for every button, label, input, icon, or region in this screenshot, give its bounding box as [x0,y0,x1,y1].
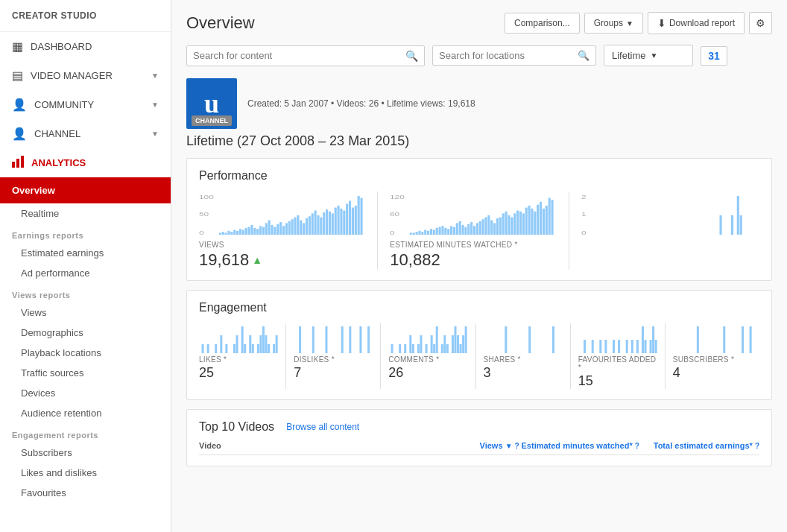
svg-rect-28 [282,226,285,235]
svg-rect-341 [749,326,751,353]
table-header: Video Views ▼ ? Estimated minutes watche… [199,441,759,455]
svg-rect-194 [299,326,301,353]
svg-rect-292 [604,340,607,353]
svg-rect-284 [584,340,586,353]
sidebar-item-dashboard[interactable]: ▦ DASHBOARD [0,32,171,61]
svg-rect-213 [349,326,351,353]
svg-rect-55 [360,198,362,235]
sidebar-sub-item-demographics[interactable]: Demographics [0,323,171,343]
sidebar-sub-item-views[interactable]: Views [0,303,171,323]
svg-rect-100 [528,206,531,235]
sidebar-sub-item-audience-retention[interactable]: Audience retention [0,403,171,423]
sidebar-sub-item-favourites[interactable]: Favourites [0,483,171,503]
svg-rect-98 [522,213,525,235]
svg-rect-20 [259,226,262,235]
sidebar-item-video-manager[interactable]: ▤ VIDEO MANAGER ▼ [0,61,171,90]
playback-locations-label: Playback locations [21,347,101,358]
svg-rect-226 [399,344,402,353]
svg-rect-302 [630,340,633,353]
svg-rect-247 [455,326,457,353]
video-manager-icon: ▤ [12,69,23,83]
svg-rect-50 [346,203,348,235]
svg-rect-163 [202,344,204,353]
earn-help-icon[interactable]: ? [755,442,759,450]
groups-button[interactable]: Groups ▼ [584,13,643,34]
sidebar-sub-item-ad-performance[interactable]: Ad performance [0,263,171,283]
sidebar-sub-item-playback-locations[interactable]: Playback locations [0,343,171,363]
shares-value: 3 [484,365,563,381]
svg-rect-81 [473,226,475,235]
svg-text:50: 50 [199,211,209,218]
subscribers-card: SUBSCRIBERS * 4 [673,323,759,389]
svg-rect-96 [516,211,519,235]
comments-chart [388,323,467,353]
svg-rect-220 [367,326,370,353]
sidebar-sub-item-devices[interactable]: Devices [0,383,171,403]
svg-rect-108 [551,200,554,235]
svg-rect-204 [326,326,328,353]
svg-rect-297 [618,340,620,353]
svg-rect-83 [479,221,481,235]
sidebar-item-channel-label: CHANNEL [34,128,80,139]
svg-rect-309 [649,340,651,353]
sidebar-sub-item-estimated-earnings[interactable]: Estimated earnings [0,243,171,263]
svg-rect-80 [470,222,472,235]
views-arrow-icon: ▲ [252,254,262,266]
sidebar-sub-item-overview-label: Overview [12,185,55,196]
content-search-input[interactable] [193,50,405,61]
svg-rect-36 [306,218,308,235]
svg-rect-153 [719,215,721,235]
settings-button[interactable]: ⚙ [749,12,772,34]
svg-rect-12 [236,231,238,235]
sidebar-sub-item-likes-dislikes[interactable]: Likes and dislikes [0,463,171,483]
svg-rect-63 [422,232,424,235]
svg-rect-60 [413,232,415,235]
estimated-earnings-label: Estimated earnings [21,247,104,259]
svg-rect-77 [462,225,464,235]
svg-rect-244 [446,344,449,353]
comparison-button[interactable]: Comparison... [505,13,580,34]
svg-rect-99 [525,208,528,235]
svg-rect-187 [265,335,267,353]
svg-rect-104 [540,202,542,235]
col-views-header[interactable]: Views ▼ ? [439,441,519,450]
svg-rect-2 [21,156,24,168]
views-metric-label: VIEWS [199,241,365,249]
content-search-icon: 🔍 [405,50,418,62]
svg-rect-157 [731,215,733,235]
sidebar-item-community[interactable]: 👤 COMMUNITY ▼ [0,90,171,119]
subscribers-label: SUBSCRIBERS * [673,355,752,364]
sidebar-item-analytics[interactable]: ANALYTICS [0,148,171,177]
download-button[interactable]: ⬇ Download report [648,12,745,34]
est-minutes-number: 10,882 [390,250,440,270]
sidebar-sub-item-overview[interactable]: Overview [0,177,171,203]
demographics-label: Demographics [21,327,83,338]
svg-rect-84 [482,219,484,235]
sidebar-sub-item-traffic-sources[interactable]: Traffic sources [0,363,171,383]
comments-value: 26 [388,365,467,381]
period-selector[interactable]: Lifetime ▼ [604,45,693,66]
location-search-input[interactable] [439,50,578,61]
calendar-button[interactable]: 31 [701,46,727,66]
svg-rect-30 [288,221,291,235]
svg-rect-48 [340,209,342,235]
svg-rect-159 [736,196,739,235]
svg-rect-78 [465,227,467,235]
dislikes-card: DISLIKES * 7 [294,323,381,389]
svg-rect-184 [257,344,259,353]
sidebar-sub-item-realtime[interactable]: Realtime [0,203,171,224]
svg-rect-92 [505,212,508,235]
svg-rect-49 [343,211,345,235]
shares-chart [484,323,563,353]
svg-rect-223 [391,344,394,353]
svg-text:100: 100 [199,194,214,200]
sidebar-item-channel[interactable]: 👤 CHANNEL ▼ [0,119,171,148]
channel-icon: 👤 [12,127,27,141]
col-video-header: Video [199,441,439,450]
sidebar-sub-item-subscribers[interactable]: Subscribers [0,443,171,463]
browse-all-link[interactable]: Browse all content [286,422,359,432]
svg-text:0: 0 [581,229,587,236]
svg-text:120: 120 [390,194,405,200]
svg-rect-240 [436,326,438,353]
svg-rect-27 [279,222,282,235]
